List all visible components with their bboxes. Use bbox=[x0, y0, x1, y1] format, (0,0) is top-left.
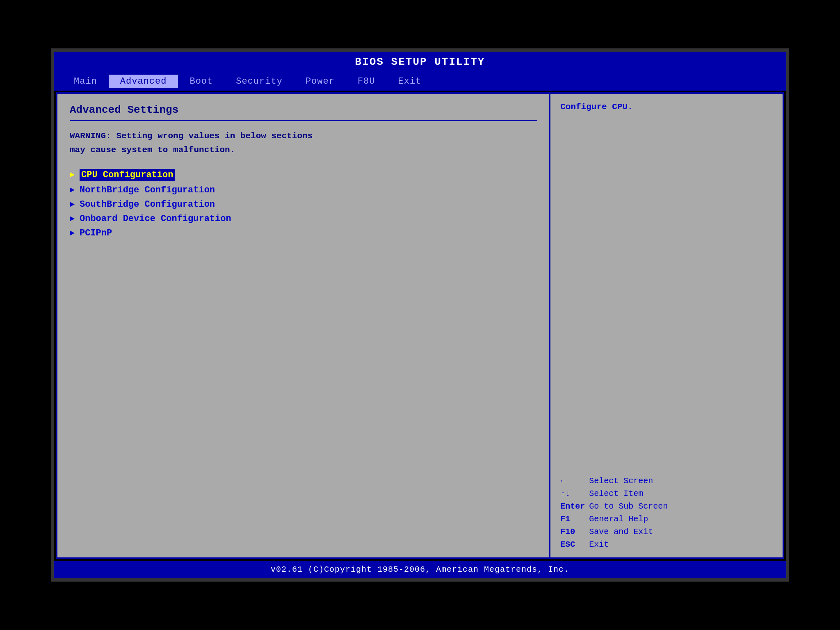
key-row: F10Save and Exit bbox=[560, 527, 773, 536]
key-name: ↑↓ bbox=[560, 489, 589, 498]
menu-list-item-southbridge[interactable]: ►SouthBridge Configuration bbox=[70, 199, 537, 210]
item-label: CPU Configuration bbox=[80, 169, 175, 181]
menu-list-item-cpu-config[interactable]: ►CPU Configuration bbox=[70, 169, 537, 181]
key-name: F10 bbox=[560, 527, 589, 536]
menu-item-advanced[interactable]: Advanced bbox=[109, 75, 178, 88]
menu-list-item-pcipnp[interactable]: ►PCIPnP bbox=[70, 228, 537, 238]
key-desc: General Help bbox=[589, 514, 648, 524]
key-name: Enter bbox=[560, 502, 589, 511]
arrow-icon: ► bbox=[70, 170, 75, 180]
menu-item-boot[interactable]: Boot bbox=[178, 75, 224, 88]
menu-item-f8u[interactable]: F8U bbox=[346, 75, 387, 88]
key-name: F1 bbox=[560, 514, 589, 524]
key-row: EnterGo to Sub Screen bbox=[560, 502, 773, 511]
arrow-icon: ► bbox=[70, 200, 75, 209]
content-area: Advanced Settings WARNING: Setting wrong… bbox=[56, 92, 784, 559]
key-desc: Go to Sub Screen bbox=[589, 502, 668, 511]
key-row: ESCExit bbox=[560, 540, 773, 549]
menu-list: ►CPU Configuration►NorthBridge Configura… bbox=[70, 169, 537, 238]
key-desc: Exit bbox=[589, 540, 609, 549]
item-label: NorthBridge Configuration bbox=[80, 185, 215, 195]
arrow-icon: ► bbox=[70, 185, 75, 195]
key-desc: Select Screen bbox=[589, 476, 653, 486]
item-label: Onboard Device Configuration bbox=[80, 214, 231, 224]
warning-text: WARNING: Setting wrong values in below s… bbox=[70, 129, 537, 157]
divider bbox=[70, 120, 537, 121]
key-row: ↑↓Select Item bbox=[560, 489, 773, 498]
key-row: ←Select Screen bbox=[560, 476, 773, 486]
menu-item-security[interactable]: Security bbox=[224, 75, 294, 88]
item-label: SouthBridge Configuration bbox=[80, 199, 215, 210]
item-label: PCIPnP bbox=[80, 228, 112, 238]
menu-item-power[interactable]: Power bbox=[294, 75, 346, 88]
key-name: ← bbox=[560, 476, 589, 486]
key-legend: ←Select Screen↑↓Select ItemEnterGo to Su… bbox=[560, 476, 773, 549]
menu-item-exit[interactable]: Exit bbox=[387, 75, 433, 88]
footer: v02.61 (C)Copyright 1985-2006, American … bbox=[54, 561, 786, 578]
key-desc: Save and Exit bbox=[589, 527, 653, 536]
bios-screen: BIOS SETUP UTILITY MainAdvancedBootSecur… bbox=[51, 48, 789, 582]
key-row: F1General Help bbox=[560, 514, 773, 524]
help-text: Configure CPU. bbox=[560, 102, 773, 112]
right-panel: Configure CPU. ←Select Screen↑↓Select It… bbox=[550, 94, 783, 557]
key-desc: Select Item bbox=[589, 489, 643, 498]
arrow-icon: ► bbox=[70, 214, 75, 224]
menu-bar: MainAdvancedBootSecurityPowerF8UExit bbox=[54, 72, 786, 91]
bios-title: BIOS SETUP UTILITY bbox=[355, 56, 485, 68]
menu-list-item-northbridge[interactable]: ►NorthBridge Configuration bbox=[70, 185, 537, 195]
arrow-icon: ► bbox=[70, 228, 75, 238]
menu-item-main[interactable]: Main bbox=[62, 75, 109, 88]
menu-list-item-onboard[interactable]: ►Onboard Device Configuration bbox=[70, 214, 537, 224]
section-title: Advanced Settings bbox=[70, 104, 537, 116]
left-panel: Advanced Settings WARNING: Setting wrong… bbox=[57, 94, 550, 557]
title-bar: BIOS SETUP UTILITY bbox=[54, 52, 786, 72]
key-name: ESC bbox=[560, 540, 589, 549]
